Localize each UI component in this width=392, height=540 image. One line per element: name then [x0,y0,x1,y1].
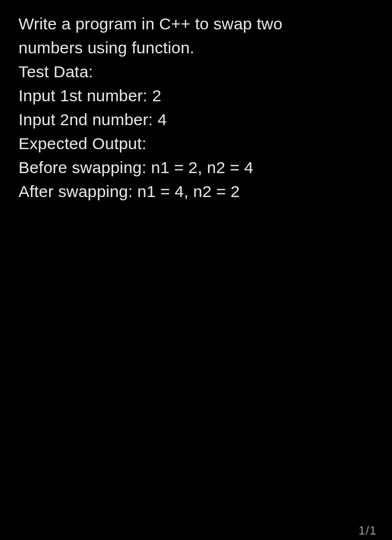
text-line: After swapping: n1 = 4, n2 = 2 [19,180,373,204]
page-indicator: 1/1 [358,524,377,538]
text-line: Write a program in C++ to swap two [19,12,373,36]
text-line: Input 1st number: 2 [19,84,373,108]
text-line: Expected Output: [19,132,373,156]
text-line: numbers using function. [19,36,373,60]
text-line: Input 2nd number: 4 [19,108,373,132]
document-page: Write a program in C++ to swap two numbe… [0,0,392,540]
text-line: Before swapping: n1 = 2, n2 = 4 [19,156,373,180]
text-line: Test Data: [19,60,373,84]
